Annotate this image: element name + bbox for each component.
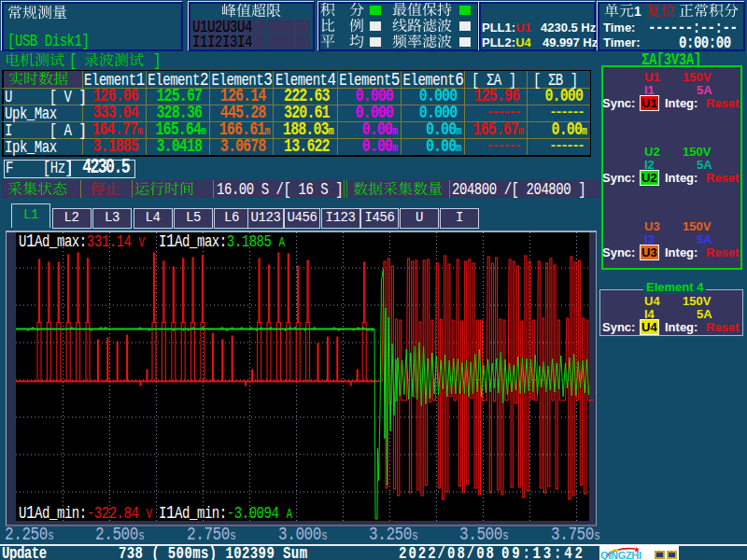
svg-text:QINGZHI: QINGZHI <box>600 550 641 560</box>
